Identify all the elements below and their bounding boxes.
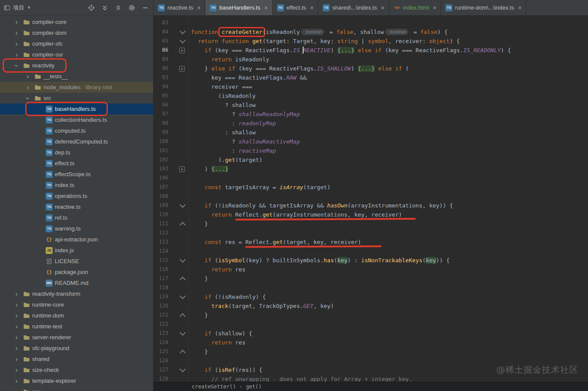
tree-item-shared[interactable]: ›shared bbox=[0, 354, 153, 364]
close-icon[interactable]: × bbox=[433, 5, 436, 11]
tree-item-operations.ts[interactable]: TSoperations.ts bbox=[0, 190, 153, 201]
code-line[interactable]: 115 if (isSymbol(key) ? builtInSymbols.h… bbox=[154, 256, 588, 265]
chevron-right-icon[interactable]: › bbox=[12, 19, 21, 26]
chevron-right-icon[interactable]: › bbox=[12, 30, 21, 37]
close-icon[interactable]: × bbox=[310, 5, 314, 11]
tree-item-sfc-playground[interactable]: ›sfc-playground bbox=[0, 343, 153, 354]
tree-item-README.md[interactable]: MDREADME.md bbox=[0, 277, 153, 288]
tab-effect.ts[interactable]: TSeffect.ts× bbox=[273, 0, 318, 15]
code-line[interactable]: 118 bbox=[154, 283, 588, 292]
tab-baseHandlers.ts[interactable]: TSbaseHandlers.ts× bbox=[205, 0, 272, 15]
code-line[interactable]: 102 ).get(target) bbox=[154, 155, 588, 164]
fold-open-icon[interactable] bbox=[180, 256, 186, 262]
tree-item-LICENSE[interactable]: LICENSE bbox=[0, 256, 153, 267]
code-line[interactable]: 117 } bbox=[154, 274, 588, 283]
tree-item-runtime-core[interactable]: ›runtime-core bbox=[0, 299, 153, 310]
breadcrumb-item[interactable]: createGetter() bbox=[192, 384, 236, 390]
code-line[interactable]: 101 : reactiveMap bbox=[154, 146, 588, 155]
tree-item-size-check[interactable]: ›size-check bbox=[0, 364, 153, 375]
tree-item-template-explorer[interactable]: ›template-explorer bbox=[0, 375, 153, 386]
code-line[interactable]: 112 bbox=[154, 228, 588, 237]
tab-shared\...\index.ts[interactable]: TSshared\...\index.ts× bbox=[318, 0, 389, 15]
chevron-down-icon[interactable]: › bbox=[24, 94, 31, 103]
code-line[interactable]: 94 receiver === bbox=[154, 82, 588, 91]
fold-open-icon[interactable] bbox=[180, 366, 186, 372]
tree-item-baseHandlers.ts[interactable]: TSbaseHandlers.ts bbox=[0, 104, 153, 114]
code-line[interactable]: 116 return res bbox=[154, 265, 588, 274]
chevron-right-icon[interactable]: › bbox=[12, 323, 21, 330]
chevron-right-icon[interactable]: › bbox=[12, 51, 21, 58]
code-line[interactable]: 103+ ) {...} bbox=[154, 164, 588, 174]
tab-runtime-dom\...\index.ts[interactable]: TSruntime-dom\...\index.ts× bbox=[441, 0, 526, 15]
expand-all-icon[interactable] bbox=[101, 4, 108, 11]
code-line[interactable]: 96 ? shallow bbox=[154, 100, 588, 110]
tree-item-collectionHandlers.ts[interactable]: TScollectionHandlers.ts bbox=[0, 114, 153, 125]
code-line[interactable]: 100 ? shallowReactiveMap bbox=[154, 137, 588, 146]
fold-end-icon[interactable] bbox=[180, 222, 186, 228]
chevron-right-icon[interactable]: › bbox=[12, 301, 21, 308]
settings-icon[interactable] bbox=[128, 4, 135, 11]
close-icon[interactable]: × bbox=[518, 5, 521, 11]
fold-open-icon[interactable] bbox=[180, 201, 186, 207]
code-line[interactable]: 114 bbox=[154, 247, 588, 256]
code-line[interactable]: 83 bbox=[154, 18, 588, 27]
tab-index.html[interactable]: <>index.html× bbox=[389, 0, 441, 15]
code-line[interactable]: 86+ if (key === ReactiveFlags.IS_REACTIV… bbox=[154, 46, 588, 55]
tree-item-runtime-dom[interactable]: ›runtime-dom bbox=[0, 310, 153, 321]
tree-item-compiler-dom[interactable]: ›compiler-dom bbox=[0, 27, 153, 38]
code-line[interactable]: 108 bbox=[154, 192, 588, 201]
folded-region-icon[interactable]: + bbox=[179, 66, 185, 71]
chevron-right-icon[interactable]: › bbox=[12, 334, 21, 341]
code-line[interactable]: 97 ? shallowReadonlyMap bbox=[154, 110, 588, 119]
close-icon[interactable]: × bbox=[381, 5, 384, 11]
code-line[interactable]: 84function createGetter(isReadonly: bool… bbox=[154, 27, 588, 37]
tree-item-package.json[interactable]: {}package.json bbox=[0, 267, 153, 277]
code-line[interactable]: 110 return Reflect.get(arrayInstrumentat… bbox=[154, 210, 588, 219]
chevron-down-icon[interactable]: › bbox=[13, 61, 20, 70]
code-line[interactable]: 95 (isReadonly bbox=[154, 91, 588, 100]
tree-item-reactivity-transform[interactable]: ›reactivity-transform bbox=[0, 288, 153, 299]
code-line[interactable]: 98 : readonlyMap bbox=[154, 119, 588, 128]
code-line[interactable]: 85 return function get(target: Target, k… bbox=[154, 37, 588, 46]
code-line[interactable]: 124 return res bbox=[154, 338, 588, 347]
code-line[interactable]: 89 return isReadonly bbox=[154, 55, 588, 64]
chevron-right-icon[interactable]: › bbox=[12, 40, 21, 47]
tree-item-index.ts[interactable]: TSindex.ts bbox=[0, 180, 153, 190]
tree-item-compiler-sfc[interactable]: ›compiler-sfc bbox=[0, 38, 153, 49]
close-icon[interactable]: × bbox=[197, 5, 200, 11]
locate-icon[interactable] bbox=[88, 4, 95, 11]
code-line[interactable]: 93 key === ReactiveFlags.RAW && bbox=[154, 73, 588, 82]
chevron-right-icon[interactable]: › bbox=[12, 356, 21, 363]
code-line[interactable]: 120 track(target, TrackOpTypes.GET, key) bbox=[154, 301, 588, 311]
tree-item-index.js[interactable]: JSindex.js bbox=[0, 245, 153, 256]
code-line[interactable]: 107 const targetIsArray = isArray(target… bbox=[154, 183, 588, 192]
fold-open-icon[interactable] bbox=[180, 28, 186, 34]
chevron-right-icon[interactable]: › bbox=[23, 84, 32, 91]
code-line[interactable]: 109 if (!isReadonly && targetIsArray && … bbox=[154, 201, 588, 210]
chevron-right-icon[interactable]: › bbox=[12, 312, 21, 319]
folded-region-icon[interactable]: + bbox=[179, 166, 185, 172]
tree-item-effect.ts[interactable]: TSeffect.ts bbox=[0, 158, 153, 169]
fold-open-icon[interactable] bbox=[180, 293, 186, 299]
tree-item-ref.ts[interactable]: TSref.ts bbox=[0, 212, 153, 223]
folded-region-icon[interactable]: + bbox=[179, 47, 185, 53]
chevron-right-icon[interactable]: › bbox=[23, 73, 32, 80]
chevron-right-icon[interactable]: › bbox=[12, 291, 21, 297]
chevron-right-icon[interactable]: › bbox=[12, 345, 21, 352]
code-line[interactable]: 122 bbox=[154, 320, 588, 329]
tree-item-vue[interactable]: ›vue bbox=[0, 386, 153, 391]
code-editor[interactable]: 8384function createGetter(isReadonly: bo… bbox=[154, 16, 588, 382]
breadcrumb-item[interactable]: get() bbox=[246, 384, 261, 390]
tree-item-warning.ts[interactable]: TSwarning.ts bbox=[0, 223, 153, 234]
chevron-right-icon[interactable]: › bbox=[12, 388, 21, 391]
tab-reactive.ts[interactable]: TSreactive.ts× bbox=[154, 0, 205, 15]
code-line[interactable]: 106 bbox=[154, 174, 588, 183]
fold-open-icon[interactable] bbox=[180, 329, 186, 335]
panel-title[interactable]: 项目 bbox=[13, 4, 24, 12]
tree-item-compiler-core[interactable]: ›compiler-core bbox=[0, 17, 153, 27]
code-line[interactable]: 123 if (shallow) { bbox=[154, 329, 588, 338]
collapse-all-icon[interactable] bbox=[115, 4, 122, 11]
dropdown-caret-icon[interactable]: ▾ bbox=[28, 5, 30, 10]
code-line[interactable]: 99 : shallow bbox=[154, 128, 588, 137]
hide-panel-icon[interactable] bbox=[142, 4, 149, 11]
